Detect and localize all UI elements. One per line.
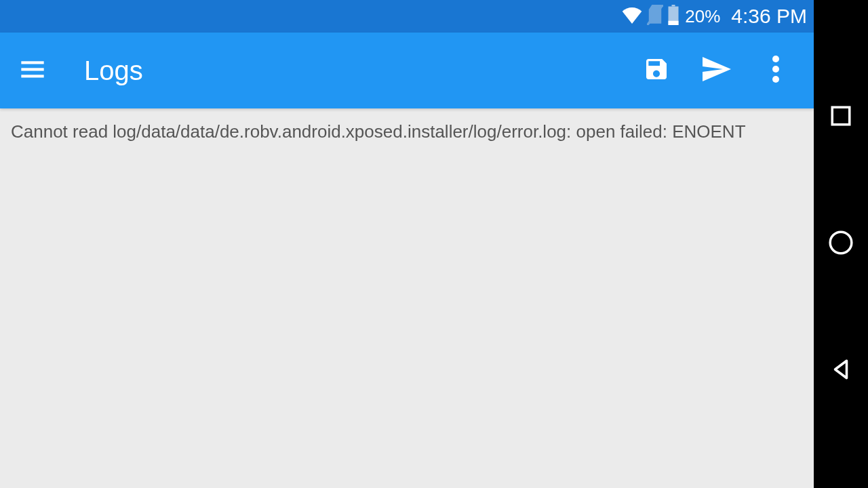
- hamburger-icon: [19, 56, 46, 85]
- status-icons: 20% 4:36 PM: [621, 5, 807, 28]
- svg-rect-3: [669, 21, 679, 25]
- page-title: Logs: [84, 56, 637, 86]
- svg-point-11: [830, 232, 852, 253]
- back-button[interactable]: [825, 354, 857, 387]
- log-error-message: Cannot read log/data/data/de.robv.androi…: [11, 119, 803, 144]
- log-content-area[interactable]: Cannot read log/data/data/de.robv.androi…: [0, 108, 814, 488]
- app-bar: Logs: [0, 33, 814, 108]
- svg-point-9: [772, 76, 779, 83]
- battery-percent: 20%: [685, 6, 720, 27]
- svg-point-7: [772, 56, 779, 62]
- appbar-actions: [637, 52, 795, 89]
- status-bar: 20% 4:36 PM: [0, 0, 814, 33]
- battery-icon: [667, 5, 679, 28]
- status-clock: 4:36 PM: [731, 5, 807, 28]
- svg-point-8: [772, 66, 779, 73]
- navigation-bar: [814, 0, 868, 488]
- no-sim-icon: [647, 5, 663, 28]
- back-triangle-icon: [829, 358, 852, 384]
- send-icon: [700, 53, 732, 88]
- home-button[interactable]: [825, 228, 857, 260]
- svg-rect-5: [21, 68, 43, 70]
- wifi-icon: [621, 6, 643, 26]
- overflow-menu-button[interactable]: [757, 52, 795, 89]
- svg-rect-1: [672, 5, 675, 7]
- svg-rect-10: [832, 108, 850, 125]
- svg-rect-6: [21, 75, 43, 77]
- menu-button[interactable]: [14, 52, 52, 89]
- more-vert-icon: [772, 56, 780, 85]
- recent-apps-button[interactable]: [825, 101, 857, 134]
- svg-rect-4: [21, 61, 43, 64]
- square-icon: [829, 104, 852, 130]
- save-icon: [643, 56, 670, 85]
- send-button[interactable]: [697, 52, 735, 89]
- circle-icon: [828, 230, 854, 258]
- device-screen: 20% 4:36 PM Logs: [0, 0, 814, 488]
- save-button[interactable]: [637, 52, 675, 89]
